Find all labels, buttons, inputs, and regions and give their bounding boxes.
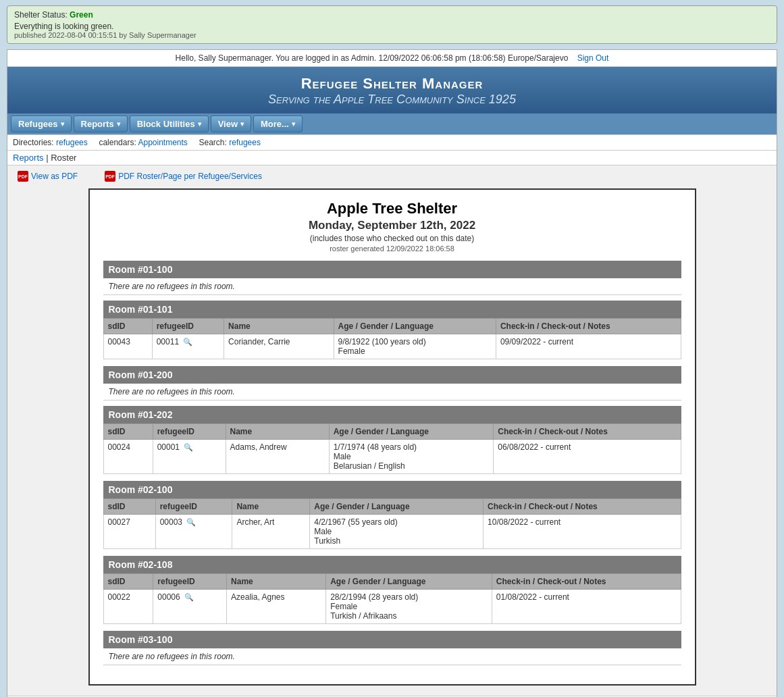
cell-refugee-id: 00011 🔍 [152,334,224,359]
empty-room-msg-room-01-100: There are no refugees in this room. [103,278,681,295]
col-header-Age---Gender---Language: Age / Gender / Language [334,319,496,334]
app-title: Refugee Shelter Manager [14,75,770,93]
empty-room-msg-room-03-100: There are no refugees in this room. [103,648,681,665]
resident-table-room-01-202: sdIDrefugeeIDNameAge / Gender / Language… [103,423,681,474]
cell-checkin: 06/08/2022 - current [494,440,681,474]
table-row: 0004300011 🔍Coriander, Carrie9/8/1922 (1… [103,334,681,359]
nav-block-utilities-label: Block Utilities [137,119,195,129]
col-header-Name: Name [227,574,326,590]
col-header-Check-in---Check-out---Notes: Check-in / Check-out / Notes [484,499,681,515]
roster-title: Apple Tree Shelter [103,200,681,217]
col-header-Check-in---Check-out---Notes: Check-in / Check-out / Notes [494,424,681,440]
nav-reports[interactable]: Reports ▾ [74,115,128,132]
room-header-room-02-100: Room #02-100 [103,481,681,498]
col-header-Name: Name [232,499,310,515]
greeting-text: Hello, Sally Supermanager. You are logge… [176,53,569,63]
cell-refugee-id: 00001 🔍 [153,440,226,474]
col-header-sdID: sdID [103,319,152,334]
nav-refugees-label: Refugees [18,119,58,129]
search-icon[interactable]: 🔍 [184,593,194,601]
directories-bar: Directories: refugees calendars: Appoint… [7,134,777,151]
nav-refugees[interactable]: Refugees ▾ [11,115,72,132]
breadcrumb-current: Roster [51,153,76,163]
nav-block-utilities[interactable]: Block Utilities ▾ [130,115,209,132]
room-header-room-02-108: Room #02-108 [103,556,681,573]
pdf-links: PDF View as PDF PDF PDF Roster/Page per … [18,171,766,182]
app-header: Refugee Shelter Manager Serving the Appl… [7,67,777,113]
pdf-roster-link[interactable]: PDF PDF Roster/Page per Refugee/Services [105,171,262,182]
nav-reports-arrow: ▾ [117,120,120,128]
col-header-sdID: sdID [103,499,155,515]
main-container: Hello, Sally Supermanager. You are logge… [7,49,777,697]
room-header-room-01-202: Room #01-202 [103,406,681,423]
search-refugees-link[interactable]: refugees [229,138,261,147]
col-header-refugeeID: refugeeID [153,424,226,440]
cell-sdid: 00022 [103,590,153,624]
roster-date: Monday, September 12th, 2022 [103,219,681,232]
app-subtitle: Serving the Apple Tree Community Since 1… [14,93,770,107]
cell-refugee-id: 00006 🔍 [153,590,227,624]
pdf-icon-1: PDF [18,171,28,182]
table-row: 0002700003 🔍Archer, Art4/2/1967 (55 year… [103,515,681,549]
cell-sdid: 00043 [103,334,152,359]
nav-refugees-arrow: ▾ [61,120,64,128]
cell-age-gender-lang: 28/2/1994 (28 years old)FemaleTurkish / … [326,590,492,624]
col-header-refugeeID: refugeeID [152,319,224,334]
col-header-sdID: sdID [103,424,153,440]
col-header-Name: Name [224,319,334,334]
cell-name: Adams, Andrew [226,440,329,474]
col-header-sdID: sdID [103,574,153,590]
nav-more[interactable]: More... ▾ [253,115,303,132]
cal-appointments-link[interactable]: Appointments [138,138,187,147]
cell-sdid: 00024 [103,440,153,474]
view-as-pdf-label: View as PDF [31,172,78,181]
empty-room-msg-room-01-200: There are no refugees in this room. [103,384,681,401]
cell-age-gender-lang: 4/2/1967 (55 years old)MaleTurkish [310,515,484,549]
room-header-room-01-101: Room #01-101 [103,301,681,318]
nav-view-label: View [218,119,238,129]
room-header-room-01-200: Room #01-200 [103,366,681,384]
col-header-Age---Gender---Language: Age / Gender / Language [326,574,492,590]
nav-reports-label: Reports [81,119,114,129]
nav-block-utilities-arrow: ▾ [198,120,201,128]
room-header-room-03-100: Room #03-100 [103,631,681,648]
cell-age-gender-lang: 9/8/1922 (100 years old)Female [334,334,496,359]
cal-label: calendars: [99,138,136,147]
room-header-room-01-100: Room #01-100 [103,261,681,278]
col-header-Age---Gender---Language: Age / Gender / Language [329,424,494,440]
roster-note: (includes those who checked out on this … [103,234,681,243]
cell-checkin: 10/08/2022 - current [484,515,681,549]
resident-table-room-02-100: sdIDrefugeeIDNameAge / Gender / Language… [103,498,681,549]
breadcrumb-reports-link[interactable]: Reports [13,153,44,163]
cell-name: Coriander, Carrie [224,334,334,359]
nav-view[interactable]: View ▾ [211,115,251,132]
status-value: Green [70,10,93,20]
breadcrumb: Reports | Roster [7,151,777,165]
roster-document: Apple Tree Shelter Monday, September 12t… [88,188,696,686]
status-label: Shelter Status: [14,10,70,20]
nav-more-arrow: ▾ [292,120,295,128]
cell-name: Azealia, Agnes [227,590,326,624]
dir-label: Directories: [13,138,54,147]
cell-checkin: 09/09/2022 - current [496,334,681,359]
col-header-refugeeID: refugeeID [155,499,232,515]
top-bar: Hello, Sally Supermanager. You are logge… [7,50,777,67]
cell-checkin: 01/08/2022 - current [492,590,681,624]
col-header-refugeeID: refugeeID [153,574,227,590]
search-icon[interactable]: 🔍 [183,338,192,346]
view-as-pdf-link[interactable]: PDF View as PDF [18,171,78,182]
table-row: 0002200006 🔍Azealia, Agnes28/2/1994 (28 … [103,590,681,624]
shelter-status-banner: Shelter Status: Green Everything is look… [7,5,777,44]
roster-generated: roster generated 12/09/2022 18:06:58 [103,244,681,253]
status-published: published 2022-08-04 00:15:51 by Sally S… [14,31,770,39]
cell-sdid: 00027 [103,515,155,549]
col-header-Check-in---Check-out---Notes: Check-in / Check-out / Notes [492,574,681,590]
search-icon[interactable]: 🔍 [184,443,193,451]
sign-out-link[interactable]: Sign Out [577,53,609,63]
search-icon[interactable]: 🔍 [186,518,196,526]
cell-age-gender-lang: 1/7/1974 (48 years old)MaleBelarusian / … [329,440,494,474]
nav-view-arrow: ▾ [240,120,244,128]
rooms-container: Room #01-100There are no refugees in thi… [103,261,681,665]
dir-refugees-link[interactable]: refugees [56,138,88,147]
cell-name: Archer, Art [232,515,310,549]
